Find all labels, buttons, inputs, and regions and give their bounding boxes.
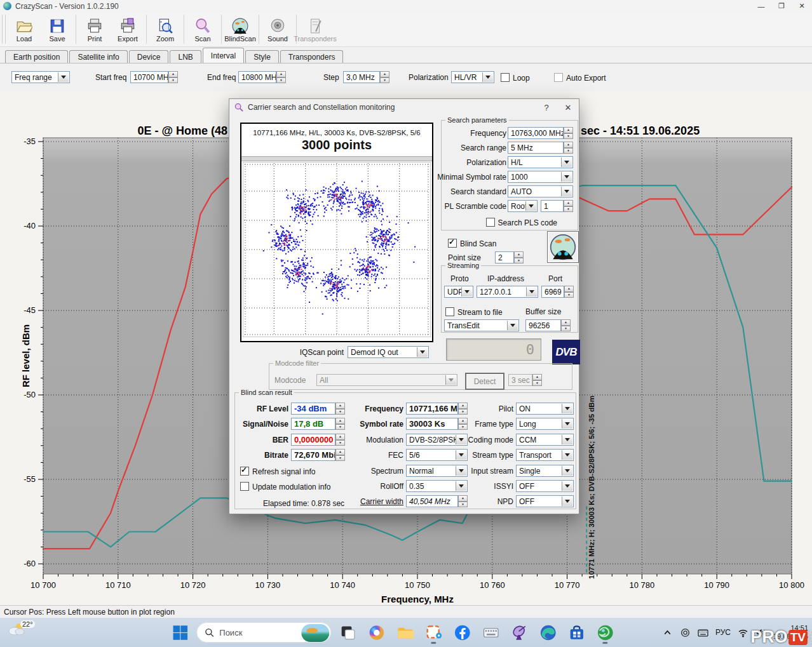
onscreen-keyboard-button[interactable] [478,620,503,644]
stream-to-file-checkbox[interactable]: Stream to file [445,307,503,317]
carrier-width-label[interactable]: Carrier width [340,497,403,506]
auto-export-checkbox: Auto Export [554,73,606,83]
tab-style[interactable]: Style [245,50,279,63]
end-freq-spinner[interactable]: ▲▼ [276,71,286,83]
port-spinner[interactable]: ▲▼ [564,286,574,298]
sound-button[interactable]: Sound [261,12,294,46]
tab-transponders[interactable]: Transponders [280,50,344,63]
restore-button[interactable]: ❐ [771,0,792,12]
svg-text:-45: -45 [24,305,36,315]
end-freq-label: End freq [207,73,236,82]
signal-noise-field: 17,8 dB [291,418,335,430]
input-stream-select[interactable]: Single [516,465,574,477]
loop-checkbox[interactable]: Loop [501,73,530,83]
svg-text:10 700: 10 700 [30,580,56,590]
frame-type-select[interactable]: Long [516,418,574,430]
snip-tool-button[interactable] [421,620,445,644]
npd-select[interactable]: OFF [516,495,574,507]
tray-keyboard-icon[interactable] [698,627,708,638]
proto-select[interactable]: UDP [444,286,473,298]
search-pls-checkbox[interactable]: Search PLS code [486,218,557,227]
start-button[interactable] [168,620,192,644]
stream-type-select[interactable]: Transport [516,449,574,461]
modcode-filter-group: Modcode filter Modcode All Detect 3 sec … [269,359,572,390]
freq-range-select[interactable]: Freq range [11,71,70,83]
zoom-button[interactable]: Zoom [149,12,182,46]
tray-chevron-icon[interactable] [662,627,673,638]
dialog-close-button[interactable]: ✕ [557,99,579,116]
search-polarization-select[interactable]: H/L [508,156,573,168]
save-button[interactable]: Save [41,12,74,46]
edge-button[interactable] [536,620,560,644]
point-size-label: Point size [448,253,481,262]
ip-address-select[interactable]: 127.0.0.1 [477,286,538,298]
weather-widget[interactable]: 22° [6,620,35,637]
end-freq-input[interactable]: 10800 MHz [238,71,276,83]
start-freq-spinner[interactable]: ▲▼ [168,71,178,83]
pls-value-spinner[interactable]: ▲▼ [564,200,573,212]
polarization-select[interactable]: HL/VR [451,71,494,83]
microsoft-store-button[interactable] [564,620,588,644]
minimize-button[interactable]: — [751,0,771,12]
blindscan-button[interactable]: BlindScan [224,12,257,46]
tab-lnb[interactable]: LNB [170,50,201,63]
print-button[interactable]: Print [78,12,111,46]
running-indicator [602,642,607,644]
update-modulation-checkbox[interactable]: Update modulation info [240,482,330,491]
file-explorer-button[interactable] [393,620,417,644]
pls-mode-select[interactable]: Root [508,200,538,212]
port-input[interactable]: 6969 [541,286,564,298]
search-parameters-group: Search parameters Frequency 10763,000 MH… [441,116,578,230]
search-frequency-input[interactable]: 10763,000 MHz [508,127,564,139]
pls-value-input[interactable]: 1 [541,200,564,212]
coding-mode-select[interactable]: CCM [516,434,574,446]
step-spinner[interactable]: ▲▼ [380,71,389,83]
search-range-input[interactable]: 5 MHz [508,142,564,154]
close-button[interactable]: ✕ [792,0,812,12]
tray-ring-icon[interactable] [680,627,691,638]
export-button[interactable]: Export [111,12,144,46]
refresh-signal-checkbox[interactable]: Refresh signal info [240,467,315,476]
tab-earth-position[interactable]: Earth position [5,50,68,63]
issyi-select[interactable]: OFF [516,480,574,492]
search-highlight-thumbnail[interactable] [301,624,329,642]
load-button[interactable]: Load [8,12,41,46]
min-symbol-rate-select[interactable]: 1000 [508,171,573,183]
satellite-dish-button[interactable] [507,620,531,644]
crazyscan-taskbar-button[interactable] [593,620,617,644]
aquarium-cat-icon [550,234,576,260]
pilot-select[interactable]: ON [516,403,574,415]
blindscan-icon-button[interactable] [547,231,579,263]
buffer-size-input[interactable]: 96256 [525,319,561,331]
tab-satellite-info[interactable]: Satellite info [69,50,127,63]
taskbar-search[interactable]: Поиск [196,622,331,643]
dialog-titlebar[interactable]: Carrier search and Constellation monitor… [229,99,579,116]
zoom-icon [157,18,173,34]
iqscan-point-select[interactable]: Demod IQ out [348,346,429,358]
search-standard-select[interactable]: AUTO [508,185,573,197]
toolbar-grip[interactable] [2,15,6,44]
constellation-plot[interactable] [243,162,431,337]
task-view-button[interactable] [335,620,360,644]
help-button[interactable]: ? [536,99,557,116]
step-input[interactable]: 3,0 MHz [343,71,380,83]
stream-client-select[interactable]: TransEdit [444,319,519,331]
scan-button[interactable]: Scan [186,12,219,46]
svg-text:10 780: 10 780 [630,580,655,590]
copilot-button[interactable] [364,620,388,644]
store-icon [568,624,585,641]
elapsed-time-label: Elapsed time: 0.878 sec [263,499,344,508]
facebook-button[interactable] [450,620,474,644]
search-range-spinner[interactable]: ▲▼ [564,142,573,154]
wifi-icon[interactable] [738,627,748,638]
language-indicator[interactable]: РУС [715,628,731,637]
blind-scan-checkbox[interactable]: Blind Scan [448,239,496,248]
tab-device[interactable]: Device [129,50,169,63]
svg-text:-55: -55 [24,474,36,484]
buffer-size-spinner[interactable]: ▲▼ [561,319,571,331]
search-frequency-spinner[interactable]: ▲▼ [564,127,573,139]
start-freq-input[interactable]: 10700 MHz [130,71,168,83]
svg-text:10 800: 10 800 [779,580,804,590]
tab-interval[interactable]: Interval [203,48,244,63]
magnifier-icon [234,103,244,112]
